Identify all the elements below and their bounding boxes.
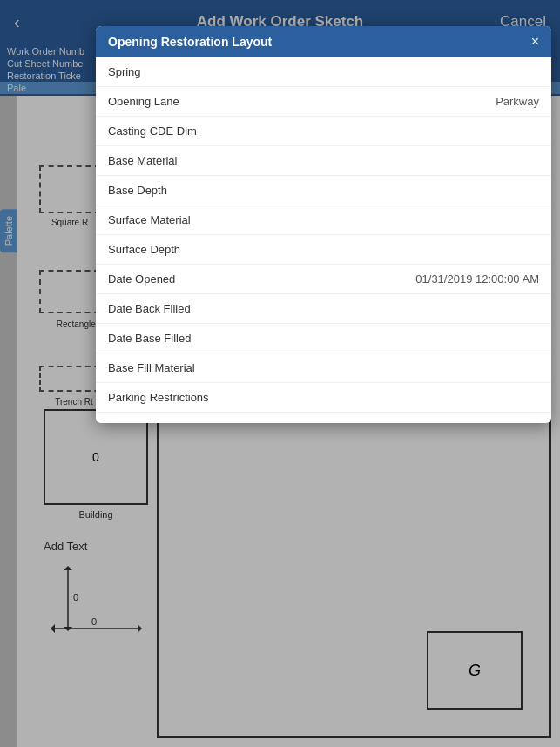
modal-row-11: Parking Restrictions bbox=[96, 383, 551, 413]
modal-row-label-2: Casting CDE Dim bbox=[108, 124, 197, 138]
modal-row-3: Base Material bbox=[96, 146, 551, 176]
modal-row-label-12: Lane Striping Required? bbox=[108, 421, 230, 423]
modal-row-9: Date Base Filled bbox=[96, 324, 551, 353]
modal-row-label-1: Opening Lane bbox=[108, 95, 179, 108]
modal-header: Opening Restoration Layout × bbox=[96, 26, 551, 57]
modal-title: Opening Restoration Layout bbox=[108, 35, 272, 49]
modal-row-10: Base Fill Material bbox=[96, 353, 551, 383]
modal-row-label-11: Parking Restrictions bbox=[108, 391, 209, 404]
modal-row-value-1: Parkway bbox=[496, 95, 539, 108]
modal-row-label-4: Base Depth bbox=[108, 184, 167, 197]
modal-row-label-8: Date Back Filled bbox=[108, 302, 191, 315]
modal-row-2: Casting CDE Dim bbox=[96, 117, 551, 146]
modal-body: SpringOpening LaneParkwayCasting CDE Dim… bbox=[96, 57, 551, 423]
modal-row-label-9: Date Base Filled bbox=[108, 332, 191, 345]
modal-close-button[interactable]: × bbox=[531, 35, 539, 49]
modal-row-label-3: Base Material bbox=[108, 154, 177, 167]
modal-row-label-6: Surface Depth bbox=[108, 243, 180, 256]
modal-row-label-5: Surface Material bbox=[108, 213, 191, 226]
modal: Opening Restoration Layout × SpringOpeni… bbox=[96, 26, 551, 423]
modal-row-0: Spring bbox=[96, 57, 551, 87]
modal-row-1: Opening LaneParkway bbox=[96, 87, 551, 117]
modal-row-12: Lane Striping Required? bbox=[96, 413, 551, 423]
modal-row-label-10: Base Fill Material bbox=[108, 361, 195, 374]
modal-row-4: Base Depth bbox=[96, 176, 551, 205]
modal-row-7: Date Opened01/31/2019 12:00:00 AM bbox=[96, 265, 551, 294]
modal-row-value-7: 01/31/2019 12:00:00 AM bbox=[415, 273, 539, 286]
modal-row-label-0: Spring bbox=[108, 65, 141, 78]
modal-row-label-7: Date Opened bbox=[108, 273, 175, 286]
modal-row-8: Date Back Filled bbox=[96, 294, 551, 324]
modal-overlay: Opening Restoration Layout × SpringOpeni… bbox=[0, 0, 560, 747]
modal-row-6: Surface Depth bbox=[96, 235, 551, 265]
modal-row-5: Surface Material bbox=[96, 205, 551, 235]
